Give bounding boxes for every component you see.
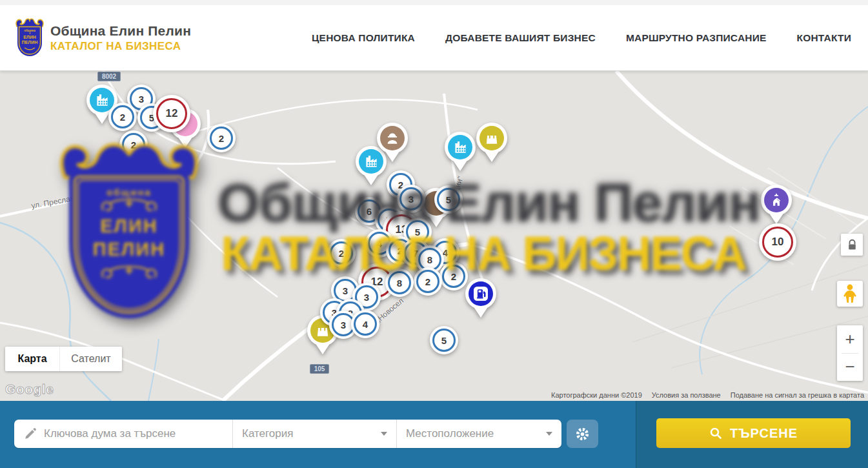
svg-text:ЕЛИН: ЕЛИН xyxy=(23,35,36,39)
pin-disc xyxy=(469,281,493,306)
google-logo[interactable]: Google xyxy=(5,382,54,397)
shopping-bag-pin-icon[interactable] xyxy=(476,123,507,154)
map-data-copyright: Картографски данни ©2019 xyxy=(551,391,642,399)
pegman-icon xyxy=(842,283,858,304)
cluster-count: 10 xyxy=(772,236,784,249)
site-logo[interactable]: община ⚜ ЕЛИН ПЕЛИН Община Елин Пелин КА… xyxy=(14,17,191,59)
pencil-icon xyxy=(23,427,37,441)
nav-contacts[interactable]: КОНТАКТИ xyxy=(797,32,851,44)
search-panel: Категория Местоположение xyxy=(14,420,561,448)
cluster-count: 12 xyxy=(166,107,178,120)
map-cluster-marker[interactable]: 12 xyxy=(153,95,190,132)
map-type-map-button[interactable]: Карта xyxy=(5,347,59,371)
cluster-count: 3 xyxy=(409,194,414,205)
pin-disc xyxy=(380,126,405,150)
keyword-section xyxy=(14,420,232,448)
location-select[interactable]: Местоположение xyxy=(396,420,561,448)
fuel-pin-icon[interactable] xyxy=(465,278,496,309)
cluster-count: 8 xyxy=(397,278,402,289)
cluster-count: 5 xyxy=(441,335,447,346)
map-cluster-marker[interactable]: 2 xyxy=(414,267,442,296)
page: община ⚜ ЕЛИН ПЕЛИН Община Елин Пелин КА… xyxy=(0,0,868,468)
nav-pricing-policy[interactable]: ЦЕНОВА ПОЛИТИКА xyxy=(312,32,415,44)
street-view-pegman[interactable] xyxy=(837,281,863,307)
cluster-count: 8 xyxy=(427,254,432,265)
church-pin-icon[interactable] xyxy=(761,185,792,216)
cluster-count: 2 xyxy=(339,248,344,259)
chevron-down-icon xyxy=(546,432,552,436)
pin-disc xyxy=(479,126,504,150)
map-cluster-marker[interactable]: 10 xyxy=(759,223,796,261)
factory-pin-icon[interactable] xyxy=(356,146,387,177)
svg-text:ПЕЛИН: ПЕЛИН xyxy=(22,40,38,45)
cluster-count: 6 xyxy=(367,206,372,217)
cluster-count: 4 xyxy=(377,238,382,249)
cluster-count: 2 xyxy=(131,139,136,150)
site-title: Община Елин Пелин xyxy=(50,23,191,39)
cluster-count: 5 xyxy=(446,194,451,205)
map-cluster-marker[interactable]: 8 xyxy=(385,269,414,297)
map-cluster-marker[interactable]: 3 xyxy=(397,185,425,213)
cluster-count: 3 xyxy=(341,320,346,331)
site-subtitle: КАТАЛОГ НА БИЗНЕСА xyxy=(50,40,191,53)
nav-add-business[interactable]: ДОБАВЕТЕ ВАШИЯТ БИЗНЕС xyxy=(445,32,596,44)
search-submit-button[interactable]: ТЪРСЕНЕ xyxy=(656,418,851,448)
search-icon xyxy=(709,427,722,440)
map-attribution: Картографски данни ©2019 Условия за полз… xyxy=(551,391,864,399)
nav-route-schedule[interactable]: МАРШРУТНО РАЗПИСАНИЕ xyxy=(626,32,767,44)
map-cluster-marker[interactable]: 5 xyxy=(430,326,458,354)
map-cluster-marker[interactable]: 2 xyxy=(119,130,148,159)
gear-icon xyxy=(575,427,590,442)
svg-text:⚜: ⚜ xyxy=(28,31,31,34)
category-select[interactable]: Категория xyxy=(232,420,396,448)
zoom-control: + − xyxy=(837,325,863,381)
cluster-count: 3 xyxy=(343,285,348,296)
cluster-count: 2 xyxy=(120,112,125,123)
factory-pin-icon[interactable] xyxy=(445,132,476,163)
road-number-badge: 105 xyxy=(310,364,329,374)
cluster-count: 3 xyxy=(364,292,369,303)
pin-disc xyxy=(359,149,383,174)
pin-disc xyxy=(448,135,472,159)
map-cluster-marker[interactable]: 2 xyxy=(439,262,468,290)
pin-disc xyxy=(764,188,789,212)
road-number-badge: 8002 xyxy=(97,72,121,81)
top-strip xyxy=(0,0,868,5)
cluster-count: 5 xyxy=(415,227,420,238)
cluster-count: 3 xyxy=(139,94,144,105)
map-type-control: Карта Сателит xyxy=(5,347,122,371)
lock-icon xyxy=(847,239,857,251)
map-cluster-marker[interactable]: 2 xyxy=(108,103,137,131)
lock-control[interactable] xyxy=(841,234,863,256)
map-cluster-marker[interactable]: 2 xyxy=(327,239,356,267)
search-button-label: ТЪРСЕНЕ xyxy=(730,426,798,441)
map-type-satellite-button[interactable]: Сателит xyxy=(59,347,122,371)
advanced-settings-button[interactable] xyxy=(567,420,598,448)
cluster-count: 2 xyxy=(451,271,456,282)
map-cluster-marker[interactable]: 2 xyxy=(207,124,236,152)
report-error-link[interactable]: Подаване на сигнал за грешка в картата xyxy=(731,391,864,399)
header: община ⚜ ЕЛИН ПЕЛИН Община Елин Пелин КА… xyxy=(0,5,868,71)
municipality-crest-icon: община ⚜ ЕЛИН ПЕЛИН xyxy=(14,17,45,59)
worker-pin-icon[interactable] xyxy=(377,123,408,154)
location-placeholder: Местоположение xyxy=(406,427,540,440)
cluster-count: 4 xyxy=(363,319,368,330)
search-bar: Категория Местоположение ТЪРСЕНЕ xyxy=(0,401,868,468)
cluster-count: 2 xyxy=(219,133,224,144)
zoom-out-button[interactable]: − xyxy=(837,354,863,382)
map-cluster-marker[interactable]: 5 xyxy=(434,185,463,214)
keyword-search-input[interactable] xyxy=(44,427,223,440)
cluster-count: 2 xyxy=(425,276,430,287)
main-nav: ЦЕНОВА ПОЛИТИКА ДОБАВЕТЕ ВАШИЯТ БИЗНЕС М… xyxy=(312,32,851,44)
category-placeholder: Категория xyxy=(242,427,374,440)
zoom-in-button[interactable]: + xyxy=(837,325,863,353)
map-canvas[interactable]: 8002105ул. Преславбул. „Новоселции" 3251… xyxy=(0,71,868,401)
chevron-down-icon xyxy=(381,432,387,436)
map-cluster-marker[interactable]: 4 xyxy=(351,310,379,338)
terms-link[interactable]: Условия за ползване xyxy=(652,391,721,399)
